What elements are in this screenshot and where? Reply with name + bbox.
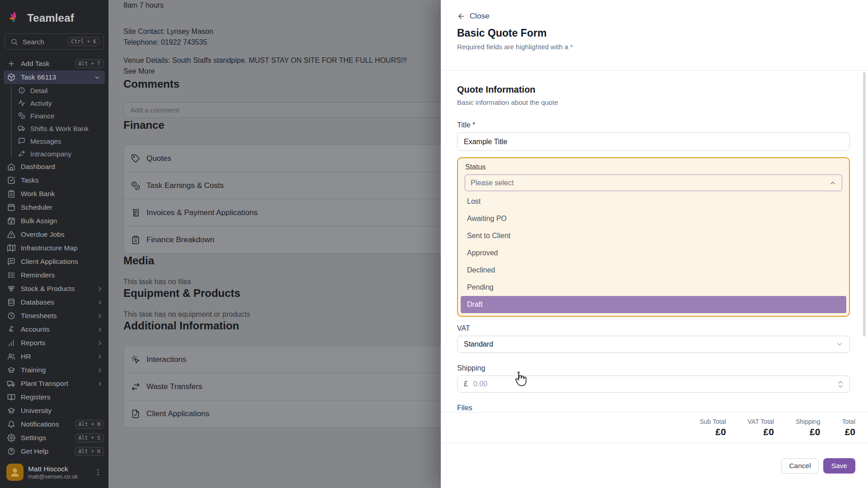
status-option-approved[interactable]: Approved bbox=[461, 244, 846, 262]
comment-input[interactable]: Add a comment bbox=[123, 102, 485, 118]
calendar-plus-icon bbox=[7, 217, 15, 225]
sidebar-item-stock-and-products[interactable]: Stock & Products bbox=[0, 282, 108, 296]
sidebar-item-get-help[interactable]: Get HelpAlt + H bbox=[0, 445, 108, 458]
status-option-draft[interactable]: Draft bbox=[461, 296, 846, 313]
arrow-left-icon bbox=[457, 12, 465, 20]
sidebar-item-dashboard[interactable]: Dashboard bbox=[0, 160, 108, 174]
sidebar-item-overdue-jobs[interactable]: Overdue Jobs bbox=[0, 228, 108, 241]
coins-icon bbox=[18, 112, 25, 119]
sidebar-item-plant-transport[interactable]: Plant Transport bbox=[0, 377, 108, 390]
title-field[interactable]: Example Title bbox=[457, 132, 850, 151]
finance-row-quotes[interactable]: Quotes bbox=[124, 145, 486, 172]
close-button[interactable]: Close bbox=[457, 12, 489, 21]
sidebar-item-accounts[interactable]: Accounts bbox=[0, 323, 108, 336]
file-check-icon bbox=[131, 409, 140, 418]
cube-icon bbox=[7, 73, 15, 81]
add-task-shortcut-badge: Alt + T bbox=[75, 59, 104, 68]
teamleaf-logo-icon bbox=[7, 10, 23, 26]
finance-row-invoices-and-payment-applications[interactable]: Invoices & Payment Applications bbox=[124, 199, 486, 226]
status-label: Status bbox=[465, 163, 846, 172]
finance-card: QuotesTask Earnings & CostsInvoices & Pa… bbox=[123, 145, 486, 253]
finance-row-finance-breakdown[interactable]: Finance Breakdown bbox=[124, 226, 486, 253]
more-options-icon[interactable] bbox=[94, 468, 102, 476]
check-square-icon bbox=[7, 176, 15, 184]
sidebar-nav: DashboardTasksWork BankSchedulerBulk Ass… bbox=[0, 160, 108, 458]
add-task-button[interactable]: Add Task Alt + T bbox=[0, 57, 108, 70]
plus-icon bbox=[7, 60, 15, 68]
sidebar-item-university[interactable]: University bbox=[0, 404, 108, 418]
sidebar-item-task-66113[interactable]: Task 66113 bbox=[4, 70, 105, 84]
shipping-input[interactable]: £ 0.00 bbox=[457, 375, 850, 393]
sidebar-item-hr[interactable]: HR bbox=[0, 350, 108, 363]
pound-icon bbox=[7, 325, 15, 333]
sidebar-item-messages[interactable]: Messages bbox=[0, 135, 108, 147]
sidebar-item-client-applications[interactable]: Client Applications bbox=[0, 255, 108, 268]
sidebar-item-intracompany[interactable]: Intracompany bbox=[0, 147, 108, 160]
number-stepper[interactable] bbox=[838, 380, 843, 388]
status-option-sent-to-client[interactable]: Sent to Client bbox=[461, 227, 846, 244]
sidebar-item-reminders[interactable]: Reminders bbox=[0, 268, 108, 282]
vat-select[interactable]: Standard bbox=[457, 336, 850, 353]
cancel-button[interactable]: Cancel bbox=[781, 458, 818, 474]
bar-chart-icon bbox=[7, 339, 15, 347]
graduation-cap-icon bbox=[7, 366, 15, 374]
additional-row-interactions[interactable]: Interactions bbox=[124, 346, 486, 373]
status-option-declined[interactable]: Declined bbox=[461, 262, 846, 279]
sidebar-item-work-bank[interactable]: Work Bank bbox=[0, 187, 108, 201]
sidebar-item-databases[interactable]: Databases bbox=[0, 296, 108, 309]
sidebar-item-training[interactable]: Training bbox=[0, 363, 108, 377]
shortcut-badge: Alt + S bbox=[75, 433, 104, 442]
sidebar-item-reports[interactable]: Reports bbox=[0, 336, 108, 350]
app-window: Teamleaf Search Ctrl + K Add Task Alt + … bbox=[0, 0, 868, 488]
sidebar-item-shifts-and-work-bank[interactable]: Shifts & Work Bank bbox=[0, 122, 108, 135]
currency-symbol: £ bbox=[464, 380, 468, 388]
sidebar-item-detail[interactable]: Detail bbox=[0, 84, 108, 97]
total-shipping: Shipping£0 bbox=[796, 418, 821, 443]
section-subtitle: Basic information about the quote bbox=[457, 98, 850, 107]
totals-bar: Sub Total£0VAT Total£0Shipping£0Total£0 bbox=[441, 413, 868, 443]
sidebar-item-timesheets[interactable]: Timesheets bbox=[0, 309, 108, 323]
app-title: Teamleaf bbox=[27, 12, 74, 24]
save-button[interactable]: Save bbox=[823, 458, 855, 474]
sidebar-item-activity[interactable]: Activity bbox=[0, 97, 108, 109]
chevron-right-icon bbox=[96, 313, 104, 319]
sidebar-item-finance[interactable]: Finance bbox=[0, 109, 108, 122]
panel-scrollbar[interactable] bbox=[863, 72, 866, 337]
shipping-label: Shipping bbox=[457, 364, 850, 373]
database-icon bbox=[7, 298, 15, 306]
sidebar-item-scheduler[interactable]: Scheduler bbox=[0, 201, 108, 214]
search-icon bbox=[10, 38, 18, 46]
calendar-icon bbox=[7, 203, 15, 211]
total-sub-total: Sub Total£0 bbox=[700, 418, 726, 443]
sidebar-item-bulk-assign[interactable]: Bulk Assign bbox=[0, 214, 108, 228]
sidebar-item-notifications[interactable]: NotificationsAlt + N bbox=[0, 418, 108, 431]
truck-icon bbox=[7, 380, 15, 388]
user-menu[interactable]: Matt Hiscock matt@senses.co.uk bbox=[0, 459, 108, 488]
sidebar-item-tasks[interactable]: Tasks bbox=[0, 174, 108, 187]
search-input[interactable]: Search Ctrl + K bbox=[5, 33, 104, 50]
user-name: Matt Hiscock bbox=[28, 465, 78, 473]
chevron-right-icon bbox=[96, 326, 104, 333]
additional-row-client-applications[interactable]: Client Applications bbox=[124, 400, 486, 427]
clipboard-icon bbox=[131, 235, 140, 244]
gear-icon bbox=[7, 434, 15, 442]
status-select[interactable]: Please select bbox=[465, 174, 842, 191]
finance-row-task-earnings-and-costs[interactable]: Task Earnings & Costs bbox=[124, 172, 486, 199]
cursor-click-icon bbox=[131, 355, 140, 364]
status-option-lost[interactable]: Lost bbox=[461, 193, 846, 210]
sidebar-item-infrastructure-map[interactable]: Infrastructure Map bbox=[0, 241, 108, 255]
additional-row-waste-transfers[interactable]: Waste Transfers bbox=[124, 373, 486, 400]
chevron-right-icon bbox=[96, 380, 104, 387]
chevron-right-icon bbox=[96, 299, 104, 306]
message-text-icon bbox=[7, 258, 15, 266]
sidebar-item-registers[interactable]: Registers bbox=[0, 390, 108, 404]
chevron-right-icon bbox=[96, 286, 104, 292]
status-option-awaiting-po[interactable]: Awaiting PO bbox=[461, 210, 846, 227]
clipboard-icon bbox=[7, 190, 15, 198]
status-option-pending[interactable]: Pending bbox=[461, 279, 846, 296]
tags-icon bbox=[131, 154, 140, 163]
sidebar-item-settings[interactable]: SettingsAlt + S bbox=[0, 431, 108, 445]
list-checks-icon bbox=[7, 271, 15, 279]
chevron-right-icon bbox=[96, 367, 104, 374]
message-icon bbox=[18, 137, 25, 145]
